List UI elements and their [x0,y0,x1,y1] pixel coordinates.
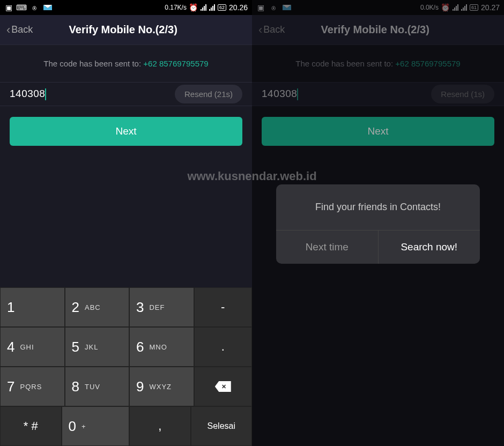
key-done[interactable]: Selesai [191,406,253,446]
code-input-row: 140308 Resend (1s) [252,82,504,106]
signal-icon-2 [209,4,215,11]
key-7[interactable]: 7PQRS [0,367,65,406]
keyboard-icon: ⌨ [17,3,26,12]
chevron-left-icon: ‹ [258,24,262,36]
header: ‹ Back Verify Mobile No.(2/3) [252,15,504,45]
key-dash[interactable]: - [194,287,253,327]
alarm-icon: ⏰ [441,3,450,12]
mail-icon [43,4,53,11]
key-9[interactable]: 9WXYZ [129,367,194,406]
clock: 20.27 [481,3,500,12]
status-bar: ▣ ⌨ ⍟ 0.17K/s ⏰ 62 20.26 [0,0,252,15]
page-title: Verify Mobile No.(2/3) [11,24,235,36]
battery-icon: 61 [470,4,478,11]
sent-info: The code has been sent to: +62 857697955… [0,45,252,82]
mail-icon [282,4,292,11]
contacts-dialog: Find your friends in Contacts! Next time… [276,184,480,264]
screen-left: ▣ ⌨ ⍟ 0.17K/s ⏰ 62 20.26 ‹ Back Verify M… [0,0,252,446]
key-dot[interactable]: . [194,327,253,367]
phone-number: +62 85769795579 [143,59,208,68]
key-2[interactable]: 2ABC [65,287,130,327]
numeric-keyboard: 1 2ABC 3DEF - 4GHI 5JKL 6MNO . 7PQRS 8TU… [0,287,252,446]
backspace-icon [215,381,231,392]
bbm-icon: ▣ [256,3,265,12]
chevron-left-icon: ‹ [6,24,10,36]
battery-icon: 62 [218,4,226,11]
key-6[interactable]: 6MNO [129,327,194,367]
network-speed: 0.17K/s [165,4,187,11]
signal-icon-1 [453,4,458,11]
key-8[interactable]: 8TUV [65,367,130,406]
search-status-icon: ⍟ [30,3,39,12]
dialog-next-time-button[interactable]: Next time [276,231,379,264]
screen-right: ▣ ⍟ 0.0K/s ⏰ 61 20.27 ‹ Back Verify Mobi… [252,0,504,446]
header: ‹ Back Verify Mobile No.(2/3) [0,15,252,45]
sent-info: The code has been sent to: +62 857697955… [252,45,504,82]
key-4[interactable]: 4GHI [0,327,65,367]
signal-icon-2 [461,4,467,11]
network-speed: 0.0K/s [420,4,439,11]
dialog-search-now-button[interactable]: Search now! [379,231,480,264]
key-backspace[interactable] [194,367,253,406]
page-title: Verify Mobile No.(2/3) [263,24,487,36]
code-input[interactable]: 140308 [262,88,431,100]
clock: 20.26 [229,3,248,12]
resend-button[interactable]: Resend (1s) [431,85,494,103]
code-input-row: 140308 Resend (21s) [0,82,252,106]
resend-button[interactable]: Resend (21s) [175,85,242,103]
status-bar: ▣ ⍟ 0.0K/s ⏰ 61 20.27 [252,0,504,15]
phone-number: +62 85769795579 [395,59,460,68]
sent-prefix: The code has been sent to: [43,59,143,68]
sent-prefix: The code has been sent to: [295,59,395,68]
next-button[interactable]: Next [10,117,242,146]
dialog-message: Find your friends in Contacts! [276,184,480,230]
key-comma[interactable]: , [129,406,191,446]
next-button[interactable]: Next [262,117,494,146]
alarm-icon: ⏰ [189,3,198,12]
search-status-icon: ⍟ [269,3,278,12]
code-input[interactable]: 140308 [10,88,175,100]
signal-icon-1 [201,4,206,11]
key-5[interactable]: 5JKL [65,327,130,367]
key-0[interactable]: 0+ [62,406,130,446]
bbm-icon: ▣ [4,3,13,12]
key-3[interactable]: 3DEF [129,287,194,327]
key-star-hash[interactable]: * # [0,406,62,446]
key-1[interactable]: 1 [0,287,65,327]
